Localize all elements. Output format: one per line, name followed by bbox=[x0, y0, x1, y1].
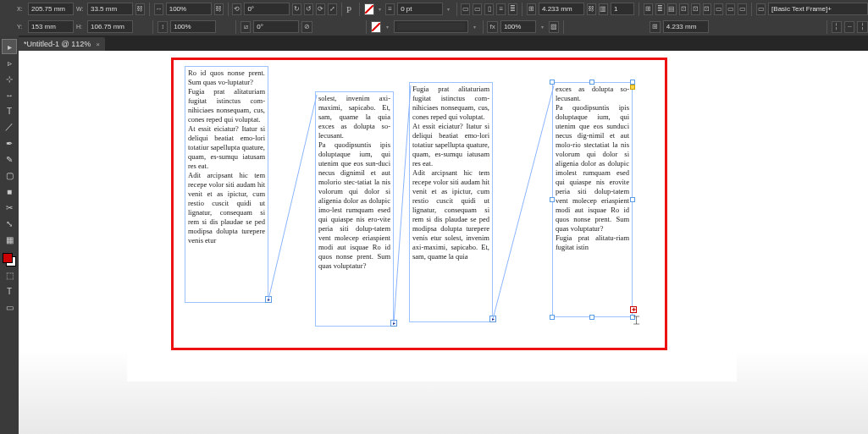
drop-shadow-icon[interactable]: ▨ bbox=[549, 21, 559, 33]
handle-sw[interactable] bbox=[550, 315, 555, 320]
page[interactable]: Ro id quos nonse prent. Sum quas vo-lupt… bbox=[127, 56, 737, 382]
flip-v-icon[interactable]: ↺ bbox=[304, 3, 313, 15]
justify-icon[interactable]: ≣ bbox=[508, 3, 517, 15]
handle-nw[interactable] bbox=[550, 80, 555, 85]
link-inset-icon[interactable]: ⛓ bbox=[587, 3, 596, 15]
char-tag[interactable]: P bbox=[346, 4, 355, 14]
type-tool[interactable]: T bbox=[2, 103, 17, 118]
inset2-input[interactable] bbox=[666, 23, 705, 30]
handle-w[interactable] bbox=[550, 197, 555, 202]
h-field[interactable] bbox=[87, 20, 133, 33]
vert-top-icon[interactable]: ▭ bbox=[461, 3, 470, 15]
stroke-style-dropdown[interactable]: ▾ bbox=[471, 21, 478, 33]
close-tab-icon[interactable]: × bbox=[96, 41, 100, 48]
a-icon-1[interactable]: ⊞ bbox=[644, 3, 653, 15]
a-icon-2[interactable]: ≣ bbox=[655, 3, 665, 15]
gap-tool[interactable]: ↔ bbox=[2, 87, 17, 102]
scale-x-field[interactable] bbox=[166, 3, 212, 15]
a-icon-8[interactable]: ▭ bbox=[726, 3, 735, 15]
selection-tool[interactable]: ▸ bbox=[2, 39, 17, 54]
opacity-input[interactable] bbox=[504, 23, 533, 30]
rotate-field[interactable] bbox=[244, 3, 290, 15]
a-icon-3[interactable]: ▤ bbox=[667, 3, 677, 15]
rotate-input[interactable] bbox=[247, 5, 286, 13]
cols-icon[interactable]: ≡ bbox=[496, 3, 506, 15]
stroke-style-input[interactable] bbox=[397, 23, 465, 30]
scale-y-field[interactable] bbox=[170, 20, 216, 33]
out-port-3[interactable]: ▸ bbox=[489, 316, 496, 322]
text-frame-2[interactable]: solest, invenim axi-maximi, sapicabo. Et… bbox=[315, 91, 394, 327]
align-c-icon[interactable]: ╎ bbox=[857, 21, 867, 33]
handle-n[interactable] bbox=[589, 80, 594, 85]
stroke-pt-field[interactable] bbox=[397, 3, 443, 15]
fill-none-icon[interactable] bbox=[364, 3, 374, 15]
inset1-field[interactable] bbox=[539, 3, 584, 15]
colcount-field[interactable] bbox=[611, 3, 634, 15]
shear-input[interactable] bbox=[257, 23, 296, 30]
scissors-tool[interactable]: ✂ bbox=[2, 200, 17, 215]
stroke-color-dropdown[interactable]: ▾ bbox=[384, 21, 391, 33]
x-field[interactable] bbox=[28, 3, 74, 15]
text-frame-1[interactable]: Ro id quos nonse prent. Sum quas vo-lupt… bbox=[185, 66, 268, 303]
document-tab[interactable]: *Untitled-1 @ 112% × bbox=[19, 37, 105, 51]
x-input[interactable] bbox=[31, 5, 70, 13]
rectangle-frame-tool[interactable]: ▢ bbox=[2, 168, 17, 183]
handle-e[interactable] bbox=[630, 197, 635, 202]
clear-transform-icon[interactable]: ⊘ bbox=[301, 21, 312, 33]
page-tool[interactable]: ⊹ bbox=[2, 71, 17, 86]
free-transform-tool[interactable]: ⤡ bbox=[2, 216, 17, 231]
a-icon-6[interactable]: ⊡ bbox=[703, 3, 712, 15]
overset-out-port[interactable]: ✚ bbox=[630, 306, 637, 313]
text-frame-4[interactable]: exces as dolupta so-lecusant.Pa quodipsu… bbox=[552, 82, 633, 317]
stroke-style-field[interactable] bbox=[394, 20, 468, 33]
align-v-icon[interactable]: ╎ bbox=[832, 21, 842, 33]
align-h-icon[interactable]: ╌ bbox=[844, 21, 854, 33]
out-port-2[interactable]: ▸ bbox=[390, 320, 397, 327]
flip-h-icon[interactable]: ↻ bbox=[292, 3, 301, 15]
a-icon-4[interactable]: ⊡ bbox=[679, 3, 688, 15]
default-fill-stroke-icon[interactable]: ⬚ bbox=[2, 267, 17, 283]
pencil-tool[interactable]: ✎ bbox=[2, 151, 17, 167]
out-port-1[interactable]: ▸ bbox=[265, 296, 272, 303]
stroke-none-icon[interactable] bbox=[371, 21, 381, 33]
a-icon-9[interactable]: ▭ bbox=[738, 3, 747, 15]
opacity-dropdown[interactable]: ▾ bbox=[539, 21, 546, 33]
style-field[interactable] bbox=[768, 3, 868, 15]
fill-dropdown[interactable]: ▾ bbox=[377, 3, 383, 15]
stroke-pt-input[interactable] bbox=[401, 5, 440, 13]
shear-field[interactable] bbox=[253, 20, 299, 33]
fx-icon[interactable]: fx bbox=[487, 21, 497, 33]
direct-selection-tool[interactable]: ▹ bbox=[2, 55, 17, 70]
gradient-tool[interactable]: ▦ bbox=[2, 232, 17, 247]
rotate-cw-icon[interactable]: ⟳ bbox=[316, 3, 325, 15]
line-tool[interactable]: ／ bbox=[2, 119, 17, 135]
y-input[interactable] bbox=[31, 23, 70, 30]
rotate-handle[interactable] bbox=[630, 85, 635, 90]
format-container-icon[interactable]: T bbox=[2, 283, 17, 299]
pen-tool[interactable]: ✒ bbox=[2, 135, 17, 151]
rotate-ccw-icon[interactable]: ⤢ bbox=[328, 3, 337, 15]
vert-center-icon[interactable]: ▭ bbox=[473, 3, 482, 15]
h-input[interactable] bbox=[91, 23, 130, 30]
w-input[interactable] bbox=[91, 5, 130, 13]
scale-x-input[interactable] bbox=[169, 5, 208, 13]
handle-s[interactable] bbox=[589, 315, 594, 320]
opacity-field[interactable] bbox=[500, 20, 536, 33]
a-icon-5[interactable]: ⊡ bbox=[691, 3, 700, 15]
view-mode-icon[interactable]: ▭ bbox=[2, 299, 17, 315]
canvas[interactable]: Ro id quos nonse prent. Sum quas vo-lupt… bbox=[19, 51, 868, 434]
inset2-field[interactable] bbox=[663, 20, 709, 33]
style-input[interactable] bbox=[771, 5, 865, 13]
a-icon-7[interactable]: ▭ bbox=[714, 3, 723, 15]
text-frame-3[interactable]: Fugia prat alitaturiam fugitat istinctus… bbox=[409, 82, 493, 322]
constrain-scale-icon[interactable]: ⛓ bbox=[214, 3, 224, 15]
vert-bottom-icon[interactable]: ▯ bbox=[484, 3, 494, 15]
rectangle-tool[interactable]: ■ bbox=[2, 184, 17, 199]
scale-y-input[interactable] bbox=[174, 23, 213, 30]
inset1-input[interactable] bbox=[542, 5, 581, 13]
colcount-input[interactable] bbox=[614, 5, 631, 13]
fill-stroke-swatch[interactable] bbox=[3, 253, 16, 266]
constrain-icon[interactable]: ⛓ bbox=[135, 3, 145, 15]
stroke-dropdown[interactable]: ▾ bbox=[445, 3, 451, 15]
w-field[interactable] bbox=[87, 3, 133, 15]
